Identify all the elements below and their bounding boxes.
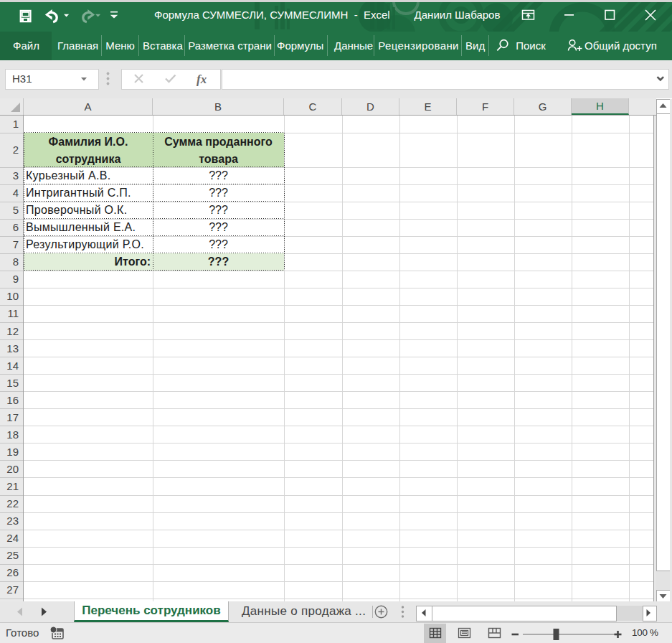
svg-text:fx: fx	[197, 72, 207, 86]
